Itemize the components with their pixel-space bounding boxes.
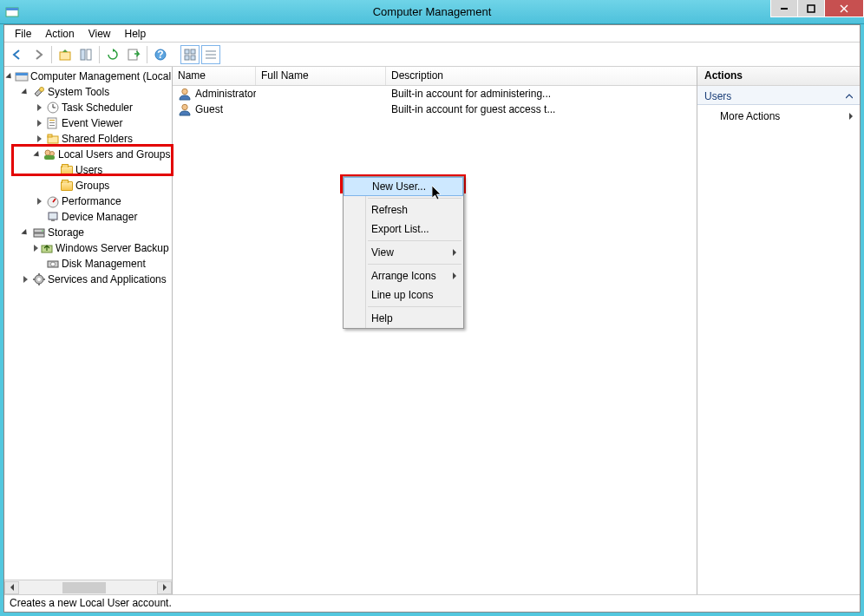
cm-separator xyxy=(368,264,461,265)
tree-item-storage[interactable]: Storage xyxy=(4,225,172,240)
actions-subheader[interactable]: Users xyxy=(697,86,860,105)
tree-toggle[interactable] xyxy=(34,102,44,113)
cm-help[interactable]: Help xyxy=(344,309,463,328)
scroll-track[interactable] xyxy=(19,581,157,594)
tree-toggle[interactable] xyxy=(34,243,38,253)
tree-toggle[interactable] xyxy=(34,259,44,269)
tree-horizontal-scrollbar[interactable] xyxy=(4,580,172,594)
tree-toggle[interactable] xyxy=(34,212,44,222)
tree-label: Performance xyxy=(62,195,125,207)
tree-item-services-and-applications[interactable]: Services and Applications xyxy=(4,272,172,287)
col-name[interactable]: Name xyxy=(173,67,256,85)
tree[interactable]: Computer Management (LocalSystem ToolsTa… xyxy=(4,67,172,580)
help-button[interactable]: ? xyxy=(151,45,170,64)
svg-rect-7 xyxy=(81,49,85,60)
svg-point-40 xyxy=(42,230,43,232)
actions-header: Actions xyxy=(697,67,860,86)
cm-refresh[interactable]: Refresh xyxy=(344,200,463,220)
titlebar: Computer Management xyxy=(0,0,864,24)
menu-file[interactable]: File xyxy=(8,26,38,42)
more-actions-label: More Actions xyxy=(720,110,780,122)
list-body: AdministratorBuilt-in account for admini… xyxy=(173,86,697,117)
col-fullname[interactable]: Full Name xyxy=(256,67,386,85)
close-button[interactable] xyxy=(824,0,864,17)
cm-view[interactable]: View xyxy=(344,243,463,262)
cm-export[interactable]: Export List... xyxy=(344,220,463,239)
tree-label: Computer Management (Local xyxy=(30,70,172,82)
tree-item-event-viewer[interactable]: Event Viewer xyxy=(4,115,172,131)
tree-item-disk-management[interactable]: Disk Management xyxy=(4,256,172,272)
user-name: Administrator xyxy=(195,88,256,100)
svg-rect-37 xyxy=(51,220,55,221)
back-button[interactable] xyxy=(8,45,27,64)
toolbar-separator xyxy=(51,46,52,63)
tree-item-groups[interactable]: Groups xyxy=(4,178,172,193)
cm-export-label: Export List... xyxy=(371,223,429,235)
minimize-button[interactable] xyxy=(770,0,798,17)
cm-arrange[interactable]: Arrange Icons xyxy=(344,266,463,285)
scroll-left-button[interactable] xyxy=(4,581,19,594)
maximize-button[interactable] xyxy=(797,0,825,17)
refresh-button[interactable] xyxy=(103,45,122,64)
tree-item-performance[interactable]: Performance xyxy=(4,193,172,209)
tree-item-task-scheduler[interactable]: Task Scheduler xyxy=(4,100,172,115)
tree-item-system-tools[interactable]: System Tools xyxy=(4,84,172,100)
tree-label: Task Scheduler xyxy=(62,102,136,114)
submenu-arrow-icon xyxy=(453,272,456,279)
scroll-thumb[interactable] xyxy=(62,582,106,593)
menu-help[interactable]: Help xyxy=(118,26,154,42)
tree-toggle[interactable] xyxy=(34,149,41,160)
tree-toggle[interactable] xyxy=(34,118,44,128)
tree-toggle[interactable] xyxy=(34,134,44,144)
toolbar-separator xyxy=(147,46,147,63)
up-button[interactable] xyxy=(56,45,75,64)
list-row[interactable]: GuestBuilt-in account for guest access t… xyxy=(173,102,697,117)
view-details-button[interactable] xyxy=(201,45,220,64)
export-button[interactable] xyxy=(124,45,143,64)
scroll-right-button[interactable] xyxy=(157,581,172,594)
tree-toggle[interactable] xyxy=(48,180,58,191)
list-row[interactable]: AdministratorBuilt-in account for admini… xyxy=(173,86,697,102)
menu-action[interactable]: Action xyxy=(38,26,81,42)
tree-item-users[interactable]: Users xyxy=(4,162,172,178)
tree-item-computer-management-local[interactable]: Computer Management (Local xyxy=(4,69,172,84)
tree-toggle[interactable] xyxy=(6,71,13,82)
tree-item-windows-server-backup[interactable]: Windows Server Backup xyxy=(4,240,172,256)
mouse-cursor xyxy=(432,186,444,204)
svg-point-43 xyxy=(51,262,56,266)
col-description[interactable]: Description xyxy=(386,67,697,85)
list-header: Name Full Name Description xyxy=(173,67,697,86)
properties-button[interactable] xyxy=(76,45,95,64)
more-actions-item[interactable]: More Actions xyxy=(697,105,860,124)
svg-rect-36 xyxy=(49,213,57,220)
tree-toggle[interactable] xyxy=(20,227,30,238)
tree-toggle[interactable] xyxy=(34,196,44,206)
tree-item-local-users-and-groups[interactable]: Local Users and Groups xyxy=(4,147,172,162)
tree-label: Services and Applications xyxy=(48,273,170,285)
folder-icon xyxy=(60,179,74,193)
tree-item-shared-folders[interactable]: Shared Folders xyxy=(4,131,172,147)
forward-button[interactable] xyxy=(29,45,48,64)
tree-label: Storage xyxy=(48,226,88,239)
cm-refresh-label: Refresh xyxy=(371,204,408,216)
cm-lineup-label: Line up Icons xyxy=(371,289,433,301)
cm-new-user[interactable]: New User... xyxy=(344,177,463,196)
tree-item-device-manager[interactable]: Device Manager xyxy=(4,209,172,225)
tree-label: Windows Server Backup xyxy=(56,242,172,254)
svg-rect-9 xyxy=(128,49,137,60)
svg-rect-15 xyxy=(191,56,195,60)
folder-icon xyxy=(60,163,74,177)
cm-lineup[interactable]: Line up Icons xyxy=(344,285,463,305)
tree-toggle[interactable] xyxy=(20,274,30,285)
cell-name: Administrator xyxy=(173,87,256,101)
tree-label: Disk Management xyxy=(62,258,149,270)
menu-view[interactable]: View xyxy=(82,26,118,42)
tree-toggle[interactable] xyxy=(48,165,58,175)
svg-rect-28 xyxy=(49,125,55,126)
status-text: Creates a new Local User account. xyxy=(10,597,172,609)
cm-separator xyxy=(368,198,461,199)
tree-toggle[interactable] xyxy=(20,87,30,97)
cell-description: Built-in account for guest access t... xyxy=(386,103,697,115)
view-large-icons-button[interactable] xyxy=(180,45,200,64)
cell-description: Built-in account for administering... xyxy=(386,88,697,100)
